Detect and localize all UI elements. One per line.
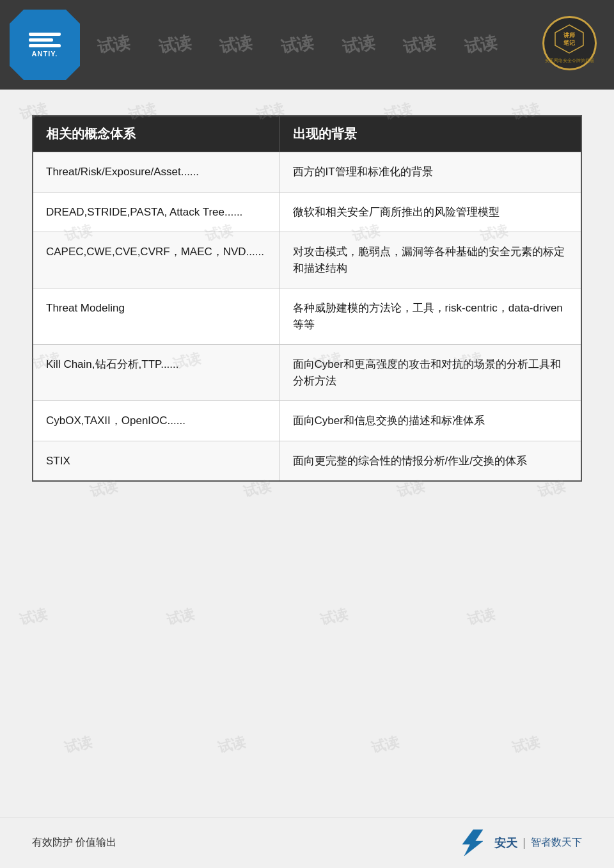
header-wm-7: 试读 [462,31,499,58]
table-row: Threat Modeling各种威胁建模的方法论，工具，risk-centri… [33,288,581,345]
table-row: Kill Chain,钻石分析,TTP......面向Cyber和更高强度的攻击… [33,345,581,401]
footer-left-text: 有效防护 价值输出 [32,836,116,849]
body-watermark-17: 试读 [17,604,49,630]
body-watermark-21: 试读 [62,732,94,758]
table-cell-left: DREAD,STRIDE,PASTA, Attack Tree...... [33,192,279,232]
table-cell-right: 面向更完整的综合性的情报分析/作业/交换的体系 [279,441,581,481]
table-cell-left: Threat Modeling [33,288,279,345]
table-cell-left: Kill Chain,钻石分析,TTP...... [33,345,279,401]
table-cell-right: 各种威胁建模的方法论，工具，risk-centric，data-driven等等 [279,288,581,345]
table-cell-left: STIX [33,441,279,481]
table-row: CybOX,TAXII，OpenIOC......面向Cyber和信息交换的描述… [33,401,581,441]
header-wm-1: 试读 [95,31,132,58]
body-watermark-18: 试读 [164,604,196,630]
header-wm-6: 试读 [402,31,438,58]
footer: 有效防护 价值输出 安天 | 智者数天下 [0,817,614,868]
circle-logo: 讲师 笔记 安天网络安全令牌第四届 [542,16,597,70]
svg-marker-0 [555,25,583,53]
col-right-header: 出现的背景 [279,116,581,152]
body-watermark-22: 试读 [216,732,248,758]
footer-slogan: 智者数天下 [531,836,582,849]
table-row: CAPEC,CWE,CVE,CVRF，MAEC，NVD......对攻击模式，脆… [33,232,581,288]
header-wm-4: 试读 [279,31,315,58]
table-cell-right: 微软和相关安全厂商所推出的风险管理模型 [279,192,581,232]
concept-table: 相关的概念体系 出现的背景 Threat/Risk/Exposure/Asset… [32,115,582,482]
table-cell-right: 面向Cyber和信息交换的描述和标准体系 [279,401,581,441]
footer-brand: 安天 [494,835,517,851]
body-watermark-24: 试读 [510,732,542,758]
svg-text:讲师: 讲师 [563,32,576,38]
svg-marker-3 [462,830,483,856]
col-left-header: 相关的概念体系 [33,116,279,152]
main-content: 相关的概念体系 出现的背景 Threat/Risk/Exposure/Asset… [0,90,614,507]
table-row: Threat/Risk/Exposure/Asset......西方的IT管理和… [33,152,581,193]
table-row: STIX面向更完整的综合性的情报分析/作业/交换的体系 [33,441,581,481]
footer-logo-icon [456,828,491,857]
footer-right: 安天 | 智者数天下 [456,828,582,857]
body-watermark-23: 试读 [369,732,401,758]
header: ANTIY. 试读 试读 试读 试读 试读 试读 试读 讲师 笔记 安天网络安全… [0,0,614,90]
table-cell-right: 对攻击模式，脆弱点，漏洞等各种基础的安全元素的标定和描述结构 [279,232,581,288]
circle-logo-text: 讲师 笔记 [545,23,594,56]
header-watermarks: 试读 试读 试读 试读 试读 试读 试读 [0,0,614,90]
header-wm-2: 试读 [157,31,193,58]
body-watermark-20: 试读 [465,604,497,630]
header-wm-3: 试读 [218,31,255,58]
table-cell-left: CAPEC,CWE,CVE,CVRF，MAEC，NVD...... [33,232,279,288]
header-wm-5: 试读 [340,31,377,58]
svg-text:笔记: 笔记 [563,40,576,46]
table-cell-right: 西方的IT管理和标准化的背景 [279,152,581,193]
table-row: DREAD,STRIDE,PASTA, Attack Tree......微软和… [33,192,581,232]
table-cell-right: 面向Cyber和更高强度的攻击和对抗的场景的分析工具和分析方法 [279,345,581,401]
table-cell-left: CybOX,TAXII，OpenIOC...... [33,401,279,441]
footer-divider: | [523,836,526,849]
top-right-logo: 讲师 笔记 安天网络安全令牌第四届 [531,6,608,80]
body-watermark-19: 试读 [318,604,350,630]
table-cell-left: Threat/Risk/Exposure/Asset...... [33,152,279,193]
circle-logo-subtitle: 安天网络安全令牌第四届 [545,58,594,64]
